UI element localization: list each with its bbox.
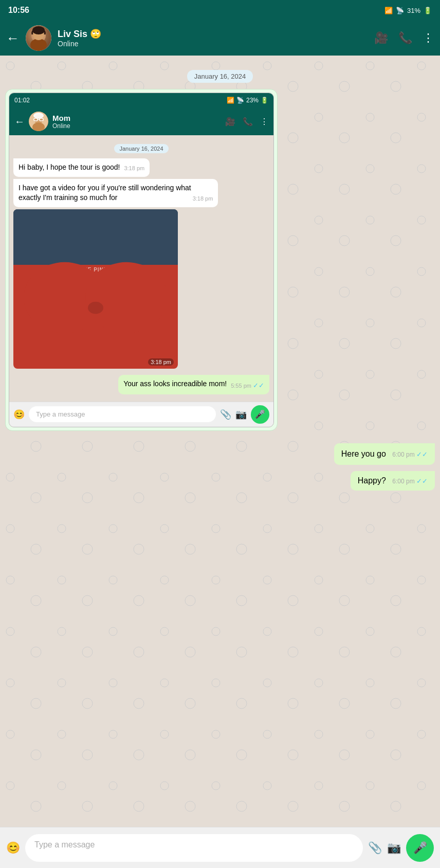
inner-more-icon[interactable]: ⋮ xyxy=(260,117,268,126)
outer-message-text-2: Happy? xyxy=(358,476,386,485)
inner-signal-icon: 📡 xyxy=(236,97,244,104)
outer-message-1: Here you go 6:00 pm ✓✓ xyxy=(5,440,435,468)
emoji-button[interactable]: 😊 xyxy=(6,841,20,855)
inner-battery-icon: 🔋 xyxy=(261,97,268,104)
person-silhouette: NIKE PINIKE xyxy=(13,209,178,369)
wifi-icon: 📶 xyxy=(384,7,393,14)
contact-avatar[interactable] xyxy=(26,25,51,51)
image-time: 3:18 pm xyxy=(148,358,174,366)
outer-ticks-2: ✓✓ xyxy=(416,477,428,485)
message-ticks: ✓✓ xyxy=(253,382,264,389)
outer-message-bubble-1: Here you go 6:00 pm ✓✓ xyxy=(334,443,435,465)
mic-icon: 🎤 xyxy=(413,841,427,855)
inner-message-1: Hi baby, I hope the tour is good! 3:18 p… xyxy=(13,158,269,179)
message-text: Your ass looks increadible mom! xyxy=(123,379,227,388)
inner-camera-button[interactable]: 📷 xyxy=(235,409,247,420)
inner-placeholder: Type a message xyxy=(36,410,85,418)
outer-message-text-1: Here you go xyxy=(341,449,386,458)
inner-wifi-icon: 📶 xyxy=(227,97,234,104)
outer-message-bubble-2: Happy? 6:00 pm ✓✓ xyxy=(351,471,435,491)
message-time-sent-1: 5:55 pm ✓✓ xyxy=(231,381,264,390)
message-time-1: 3:18 pm xyxy=(124,165,144,172)
inner-time: 01:02 xyxy=(14,97,30,104)
inner-mic-button[interactable]: 🎤 xyxy=(251,405,269,424)
contact-status: Online xyxy=(58,40,368,48)
attach-button[interactable]: 📎 xyxy=(368,841,382,855)
message-placeholder: Type a message xyxy=(34,840,95,849)
inner-video-icon[interactable]: 🎥 xyxy=(225,117,235,126)
status-icons: 📶 📡 31% 🔋 xyxy=(384,7,432,14)
message-bubble-received-2: I have got a video for you if you're sti… xyxy=(13,179,218,207)
svg-point-12 xyxy=(85,262,168,333)
inner-message-input[interactable]: Type a message xyxy=(29,406,216,422)
more-options-icon[interactable]: ⋮ xyxy=(423,31,434,45)
forwarded-screenshot-bubble: 01:02 📶 📡 23% 🔋 ← xyxy=(5,89,278,431)
svg-point-13 xyxy=(88,302,103,314)
inner-mic-icon: 🎤 xyxy=(255,409,265,419)
battery-level: 31% xyxy=(407,7,420,14)
svg-point-10 xyxy=(33,113,44,119)
back-button[interactable]: ← xyxy=(6,30,20,46)
message-time-2: 3:18 pm xyxy=(193,195,213,203)
voice-call-icon[interactable]: 📞 xyxy=(398,31,412,45)
message-text: Hi baby, I hope the tour is good! xyxy=(19,163,120,171)
outer-ticks-1: ✓✓ xyxy=(416,450,428,458)
image-content: NIKE PINIKE 3:18 pm xyxy=(13,209,178,369)
outer-time-1: 6:00 pm ✓✓ xyxy=(392,451,428,458)
message-input[interactable]: Type a message xyxy=(25,834,363,862)
inner-message-2: I have got a video for you if you're sti… xyxy=(13,179,269,209)
contact-info: Liv Sis 🙄 Online xyxy=(58,28,368,48)
status-bar: 10:56 📶 📡 31% 🔋 xyxy=(0,0,440,21)
inner-call-icon[interactable]: 📞 xyxy=(243,117,253,126)
header-actions: 🎥 📞 ⋮ xyxy=(374,31,434,45)
status-time: 10:56 xyxy=(8,6,29,15)
inner-back-button[interactable]: ← xyxy=(14,116,25,128)
inner-date-badge: January 16, 2024 xyxy=(13,143,269,153)
inner-battery: 23% xyxy=(246,97,259,104)
avatar-image xyxy=(26,25,51,51)
video-call-icon[interactable]: 🎥 xyxy=(374,31,388,45)
inner-attach-button[interactable]: 📎 xyxy=(220,409,231,420)
inner-message-4: Your ass looks increadible mom! 5:55 pm … xyxy=(13,375,269,396)
mic-button[interactable]: 🎤 xyxy=(406,834,434,862)
outer-time-2: 6:00 pm ✓✓ xyxy=(392,478,428,485)
inner-contact-status: Online xyxy=(52,122,221,130)
message-input-bar: 😊 Type a message 📎 📷 🎤 xyxy=(0,827,440,868)
message-bubble-sent-1: Your ass looks increadible mom! 5:55 pm … xyxy=(118,375,269,394)
battery-icon: 🔋 xyxy=(424,7,432,14)
inner-input-bar: 😊 Type a message 📎 📷 🎤 xyxy=(9,402,273,427)
signal-icon: 📡 xyxy=(396,7,404,14)
inner-header-actions: 🎥 📞 ⋮ xyxy=(225,117,268,126)
inner-chat-header: ← Mom Online xyxy=(9,107,273,135)
contact-name: Liv Sis 🙄 xyxy=(58,28,368,40)
inner-contact-info: Mom Online xyxy=(52,114,221,130)
message-text: I have got a video for you if you're sti… xyxy=(19,184,191,202)
inner-emoji-button[interactable]: 😊 xyxy=(13,409,25,420)
camera-button[interactable]: 📷 xyxy=(387,841,401,855)
svg-point-1 xyxy=(30,39,47,51)
date-badge: January 16, 2024 xyxy=(5,70,435,83)
inner-contact-avatar xyxy=(29,112,48,131)
message-bubble-received-1: Hi baby, I hope the tour is good! 3:18 p… xyxy=(13,158,150,177)
inner-status-bar: 01:02 📶 📡 23% 🔋 xyxy=(9,93,273,107)
chat-body: January 16, 2024 01:02 📶 📡 23% 🔋 ← xyxy=(0,56,440,827)
chat-header: ← Liv Sis 🙄 Online 🎥 📞 ⋮ xyxy=(0,21,440,56)
inner-phone-screen: 01:02 📶 📡 23% 🔋 ← xyxy=(9,93,274,427)
outer-message-2: Happy? 6:00 pm ✓✓ xyxy=(5,468,435,494)
inner-chat-messages: January 16, 2024 Hi baby, I hope the tou… xyxy=(9,135,273,402)
inner-image-message[interactable]: NIKE PINIKE 3:18 pm xyxy=(13,209,178,369)
inner-contact-name: Mom xyxy=(52,114,221,122)
